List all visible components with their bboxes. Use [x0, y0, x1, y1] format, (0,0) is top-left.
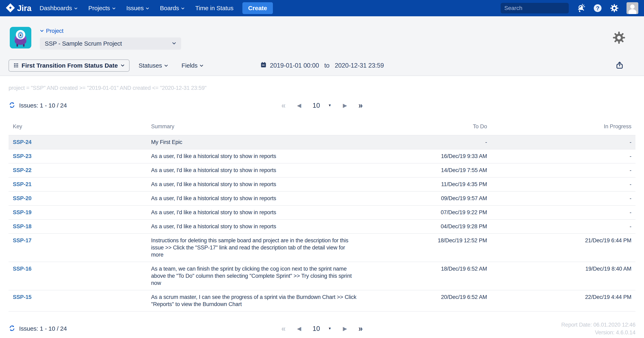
nav-boards[interactable]: Boards — [160, 5, 185, 12]
issues-toolbar-bottom: Issues: 1 - 10 / 24 « ◀ 10 ▼ ▶ » Report … — [8, 324, 636, 333]
pagination-last-button[interactable]: » — [358, 325, 363, 332]
report-settings-gear-icon[interactable] — [612, 31, 626, 45]
report-version: Version: 4.6.0.14 — [561, 329, 636, 336]
issue-key-link[interactable]: SSP-21 — [13, 181, 32, 187]
search-input[interactable] — [504, 5, 578, 12]
pagination-bottom: « ◀ 10 ▼ ▶ » — [282, 325, 363, 332]
issue-summary: As a team, we can finish the sprint by c… — [151, 265, 356, 287]
issue-inprogress-value: - — [487, 181, 632, 188]
issue-todo-value: 14/Dec/19 7:55 AM — [362, 167, 487, 174]
table-row: SSP-18 As a user, I'd like a historical … — [8, 219, 636, 233]
report-content: project = "SSP" AND created >= "2019-01-… — [0, 85, 644, 333]
date-range-picker[interactable]: 2019-01-01 00:00 to 2020-12-31 23:59 — [260, 62, 384, 70]
jira-logo-icon — [6, 3, 15, 13]
fields-dropdown[interactable]: Fields — [182, 62, 204, 69]
chevron-down-icon — [112, 5, 116, 12]
issue-key-link[interactable]: SSP-15 — [13, 294, 32, 300]
table-row: SSP-16 As a team, we can finish the spri… — [8, 262, 636, 290]
pagination-prev-button[interactable]: ◀ — [297, 326, 301, 331]
page-size-select[interactable]: 10 ▼ — [312, 325, 332, 332]
pagination-next-button[interactable]: ▶ — [343, 326, 347, 331]
pagination-top: « ◀ 10 ▼ ▶ » — [282, 102, 363, 109]
issue-key-link[interactable]: SSP-20 — [13, 195, 32, 201]
pagination-last-button[interactable]: » — [358, 102, 363, 109]
help-icon[interactable]: ? — [593, 4, 602, 13]
jira-logo[interactable]: Jira — [6, 3, 31, 13]
report-date: Report Date: 06.01.2020 12:46 — [561, 321, 636, 329]
table-row: SSP-24 My First Epic - - — [8, 135, 636, 149]
refresh-icon[interactable] — [8, 325, 16, 332]
chevron-down-icon — [40, 28, 44, 34]
pagination-next-button[interactable]: ▶ — [343, 103, 347, 108]
issue-summary: My First Epic — [151, 139, 182, 146]
issue-summary: As a user, I'd like a historical story t… — [151, 167, 276, 174]
issue-todo-value: - — [362, 139, 487, 146]
caret-down-icon: ▼ — [328, 103, 332, 107]
project-select[interactable]: SSP - Sample Scrum Project — [40, 38, 181, 50]
brand-name: Jira — [17, 4, 31, 13]
chevron-down-icon — [74, 5, 78, 12]
search-box[interactable] — [501, 3, 569, 14]
create-button[interactable]: Create — [242, 2, 273, 14]
report-header-band: Project SSP - Sample Scrum Project — [0, 16, 644, 76]
jql-query-text: project = "SSP" AND created >= "2019-01-… — [8, 85, 636, 91]
table-row: SSP-19 As a user, I'd like a historical … — [8, 205, 636, 219]
nav-dashboards[interactable]: Dashboards — [40, 5, 78, 12]
pagination-prev-button[interactable]: ◀ — [297, 103, 301, 108]
issue-todo-value: 18/Dec/19 6:52 AM — [362, 265, 487, 272]
issue-inprogress-value: 21/Dec/19 6:44 PM — [487, 237, 632, 244]
issue-summary: As a user, I'd like a historical story t… — [151, 209, 276, 216]
issue-key-link[interactable]: SSP-17 — [13, 237, 32, 244]
project-label[interactable]: Project — [40, 28, 181, 34]
navbar-right: ? — [501, 2, 638, 14]
caret-down-icon: ▼ — [328, 326, 332, 331]
export-icon[interactable] — [616, 61, 624, 70]
issue-inprogress-value: - — [487, 209, 632, 216]
report-type-dropdown[interactable]: First Transition From Status Date — [8, 59, 130, 72]
pagination-first-button[interactable]: « — [282, 102, 286, 109]
grid-icon — [14, 63, 19, 69]
statuses-dropdown[interactable]: Statuses — [138, 62, 168, 69]
date-range-to-label: to — [324, 62, 330, 69]
main-nav: Dashboards Projects Issues Boards Time i… — [40, 5, 234, 12]
issue-key-link[interactable]: SSP-16 — [13, 266, 32, 272]
column-header-inprogress: In Progress — [487, 123, 632, 130]
page-size-select[interactable]: 10 ▼ — [312, 102, 332, 109]
chevron-down-icon — [146, 5, 149, 12]
nav-time-in-status[interactable]: Time in Status — [195, 5, 234, 12]
issue-key-link[interactable]: SSP-18 — [13, 223, 32, 230]
issue-summary: As a user, I'd like a historical story t… — [151, 223, 276, 230]
issue-key-link[interactable]: SSP-23 — [13, 153, 32, 159]
refresh-icon[interactable] — [8, 102, 16, 109]
report-meta: Report Date: 06.01.2020 12:46 Version: 4… — [561, 321, 636, 336]
issue-key-link[interactable]: SSP-24 — [13, 139, 32, 145]
issue-todo-value: 20/Dec/19 6:52 AM — [362, 294, 487, 301]
issue-todo-value: 07/Dec/19 9:22 PM — [362, 209, 487, 216]
nav-projects[interactable]: Projects — [88, 5, 116, 12]
table-row: SSP-21 As a user, I'd like a historical … — [8, 177, 636, 191]
column-header-summary: Summary — [151, 123, 362, 130]
pagination-first-button[interactable]: « — [282, 325, 286, 332]
issue-key-link[interactable]: SSP-19 — [13, 209, 32, 215]
issue-todo-value: 04/Dec/19 9:28 PM — [362, 223, 487, 230]
announcement-icon[interactable] — [576, 4, 586, 13]
date-to[interactable]: 2020-12-31 23:59 — [335, 62, 384, 69]
filter-toolbar: First Transition From Status Date Status… — [8, 59, 636, 72]
issue-todo-value: 09/Dec/19 9:57 AM — [362, 195, 487, 202]
issue-summary: Instructions for deleting this sample bo… — [151, 237, 356, 258]
issue-key-link[interactable]: SSP-22 — [13, 167, 32, 173]
issue-summary: As a user, I'd like a historical story t… — [151, 195, 276, 202]
nav-issues[interactable]: Issues — [126, 5, 150, 12]
issue-inprogress-value: 22/Dec/19 4:44 PM — [487, 294, 632, 301]
issue-inprogress-value: - — [487, 139, 632, 146]
user-avatar[interactable] — [626, 2, 638, 14]
issue-summary: As a scrum master, I can see the progres… — [151, 294, 356, 308]
issue-todo-value: 16/Dec/19 9:33 AM — [362, 153, 487, 160]
issues-count: Issues: 1 - 10 / 24 — [19, 102, 67, 109]
settings-gear-icon[interactable] — [610, 4, 619, 13]
date-from[interactable]: 2019-01-01 00:00 — [270, 62, 319, 69]
issue-inprogress-value: 19/Dec/19 8:40 AM — [487, 265, 632, 272]
table-row: SSP-23 As a user, I'd like a historical … — [8, 149, 636, 163]
top-navbar: Jira Dashboards Projects Issues Boards T… — [0, 0, 644, 16]
table-row: SSP-20 As a user, I'd like a historical … — [8, 191, 636, 205]
